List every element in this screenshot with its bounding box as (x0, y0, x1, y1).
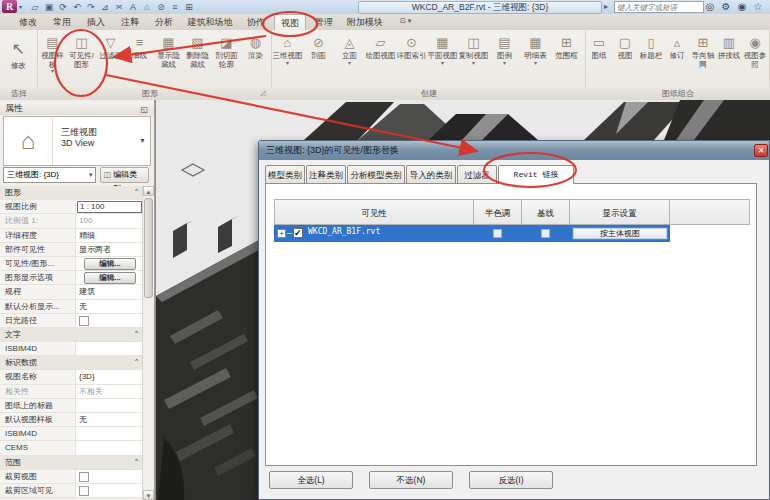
ribbon-tab[interactable]: 修改 (12, 14, 44, 30)
property-row[interactable]: 视图比例 1 : 100 1 : 100 (0, 200, 144, 214)
measure-icon[interactable]: ⊿ (98, 1, 112, 13)
close-icon[interactable]: ✕ (754, 144, 768, 157)
property-row[interactable]: 日光路径 (0, 314, 144, 328)
ribbon-button[interactable]: ▥ 拼接线 (716, 30, 742, 86)
edit-button[interactable]: 编辑... (84, 258, 136, 270)
ribbon-button[interactable]: ▭ 图纸 (586, 30, 612, 86)
property-row[interactable]: 部件可见性 显示两者 显示两者 (0, 243, 144, 257)
help-search-input[interactable] (614, 1, 704, 13)
property-value[interactable]: 无 无 (76, 413, 144, 426)
dialog-tab[interactable]: 过滤器 (457, 165, 497, 183)
property-checkbox[interactable] (79, 486, 89, 496)
property-value[interactable]: 无 无 (76, 300, 144, 313)
dialog-tab[interactable]: 模型类别 (265, 165, 305, 183)
ribbon-button[interactable]: ▯ 标题栏 (638, 30, 664, 86)
visibility-checkbox[interactable] (293, 228, 303, 238)
ribbon-tab[interactable]: 分析 (148, 14, 180, 30)
ribbon-button[interactable]: ≡ 细线 (125, 30, 154, 86)
dialog-launcher-icon[interactable]: ◿ (260, 89, 265, 97)
ribbon-button[interactable]: ▱ 绘图视图 (365, 30, 396, 86)
dialog-tab[interactable]: 注释类别 (306, 165, 346, 183)
property-row[interactable]: 默认分析显示... 无 无 (0, 300, 144, 314)
dialog-titlebar[interactable]: 三维视图: {3D}的可见性/图形替换 ✕ (259, 141, 769, 160)
ribbon-tab[interactable]: 协作 (240, 14, 272, 30)
property-row[interactable]: 相关性 不相关 不相关 (0, 385, 144, 399)
title-expand-icon[interactable]: ▸ (604, 2, 608, 11)
ribbon-tab[interactable]: 注释 (114, 14, 146, 30)
property-row[interactable]: 范围 (0, 456, 144, 470)
ribbon-button[interactable]: ⊙ 详图索引 (396, 30, 427, 86)
default-3d-view-icon[interactable]: ⌂ (140, 1, 154, 13)
scroll-up-icon[interactable]: ▲ (143, 186, 154, 196)
footer-button[interactable]: 反选(I) (469, 471, 553, 489)
ribbon-button[interactable]: ▧ 删除隐藏线 (183, 30, 212, 86)
property-checkbox[interactable] (79, 316, 89, 326)
ribbon-button[interactable]: ▤ 图例 (489, 30, 520, 86)
property-row[interactable]: 图形 (0, 186, 144, 200)
ribbon-button[interactable]: ▦ 平面视图 (427, 30, 458, 86)
property-row[interactable]: 图纸上的标题 (0, 399, 144, 413)
property-row[interactable]: 裁剪视图 (0, 470, 144, 484)
dialog-tab[interactable]: Revit 链接 (498, 165, 574, 184)
subscription-center-icon[interactable]: ⚙ (718, 0, 734, 13)
ribbon-button[interactable]: ◬ 立面 (334, 30, 365, 86)
thin-lines-icon[interactable]: ≡ (168, 1, 182, 13)
property-row[interactable]: CEMS (0, 441, 144, 455)
ribbon-button[interactable]: ⌂ 三维视图 (272, 30, 303, 86)
ribbon-button[interactable]: ▢ 视图 (612, 30, 638, 86)
ribbon-button[interactable]: ◫ 可见性/图形 (67, 30, 96, 86)
type-selector-arrow-icon[interactable]: ▼ (139, 137, 146, 144)
expand-icon[interactable]: + (277, 229, 286, 238)
ribbon-button[interactable]: ⊘ 剖面 (303, 30, 334, 86)
undo-icon[interactable]: ↶ (70, 1, 84, 13)
search-icon[interactable]: ◎ (702, 0, 718, 13)
property-value[interactable] (76, 399, 144, 412)
modify-state-widget[interactable]: ⊡ ▾ (400, 17, 411, 25)
ribbon-button[interactable]: ▦ 明细表 (520, 30, 551, 86)
modify-button[interactable]: ↖ 修改 (3, 33, 35, 85)
property-row[interactable]: 视图名称 {3D} {3D} (0, 370, 144, 384)
edit-button[interactable]: 编辑... (84, 272, 136, 284)
ribbon-button[interactable]: ⊞ 导向轴网 (690, 30, 716, 86)
ribbon-button[interactable]: ▦ 显示隐藏线 (154, 30, 183, 86)
ribbon-button[interactable]: ▤ 视图样板 (38, 30, 67, 86)
underlay-checkbox[interactable] (541, 229, 550, 238)
property-value[interactable]: 显示两者 显示两者 (76, 243, 144, 256)
property-value[interactable]: 编辑... 编辑... (76, 257, 144, 270)
property-row[interactable]: 比例值 1: 100 100 (0, 214, 144, 228)
link-table-row[interactable]: + WKCD_AR_B1F.rvt 按主体视图 (274, 225, 670, 242)
dialog-tab[interactable]: 导入的类别 (406, 165, 456, 183)
type-selector[interactable]: ⌂ 三维视图 3D View ▼ (3, 116, 151, 166)
ribbon-tab[interactable]: 附加模块 (342, 14, 388, 30)
communication-center-icon[interactable]: ◉ (734, 0, 750, 13)
ribbon-tab[interactable]: 管理 (308, 14, 340, 30)
halftone-checkbox[interactable] (493, 229, 502, 238)
favorites-icon[interactable]: ☆ (750, 0, 766, 13)
text-icon[interactable]: A (126, 1, 140, 13)
scrollbar-thumb[interactable] (144, 198, 153, 298)
property-value[interactable] (76, 484, 144, 497)
property-value[interactable]: {3D} {3D} (76, 370, 144, 383)
dialog-tab[interactable]: 分析模型类别 (347, 165, 405, 183)
property-value[interactable]: 建筑 建筑 (76, 285, 144, 298)
ribbon-button[interactable]: ⊞ 范围框 (551, 30, 582, 86)
footer-button[interactable]: 全选(L) (269, 471, 353, 489)
save-icon[interactable]: ▣ (42, 1, 56, 13)
properties-window-icon[interactable]: ◱ (140, 103, 148, 116)
ribbon-tab[interactable]: 视图 (274, 14, 306, 30)
property-row[interactable]: ISBIM4D (0, 342, 144, 356)
properties-scrollbar[interactable]: ▲ ▼ (142, 186, 154, 500)
ribbon-button[interactable]: ▽ 过滤器 (96, 30, 125, 86)
ribbon-tab[interactable]: 插入 (80, 14, 112, 30)
ribbon-tab[interactable]: 常用 (46, 14, 78, 30)
property-row[interactable]: 文字 (0, 328, 144, 342)
ribbon-button[interactable]: ◉ 视图参照 (742, 30, 768, 86)
ribbon-button[interactable]: ▵ 修订 (664, 30, 690, 86)
open-icon[interactable]: ▱ (28, 1, 42, 13)
section-icon[interactable]: ⊘ (154, 1, 168, 13)
property-value[interactable]: 1 : 100 1 : 100 (76, 200, 144, 213)
property-row[interactable]: ISBIM4D (0, 427, 144, 441)
property-value[interactable] (76, 342, 144, 355)
property-row[interactable]: 规程 建筑 建筑 (0, 285, 144, 299)
ribbon-button[interactable]: ◍ 渲染 (241, 30, 270, 86)
